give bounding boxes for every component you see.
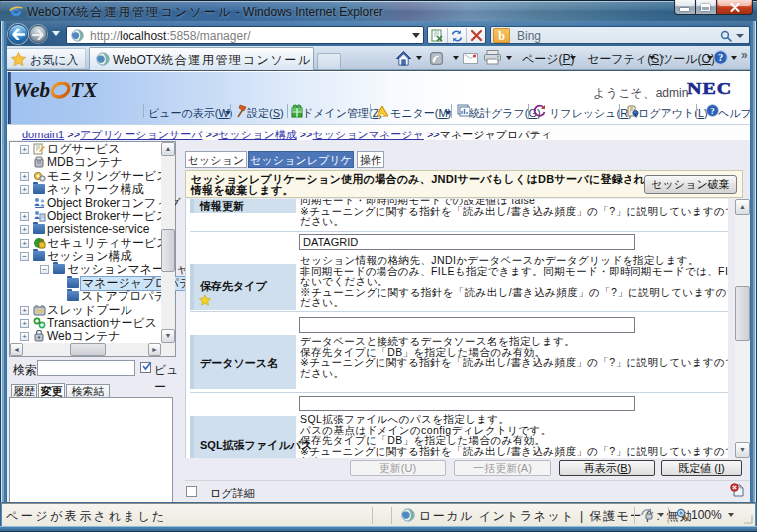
svg-text:?: ? — [710, 106, 714, 116]
svg-text:?: ? — [718, 52, 723, 63]
